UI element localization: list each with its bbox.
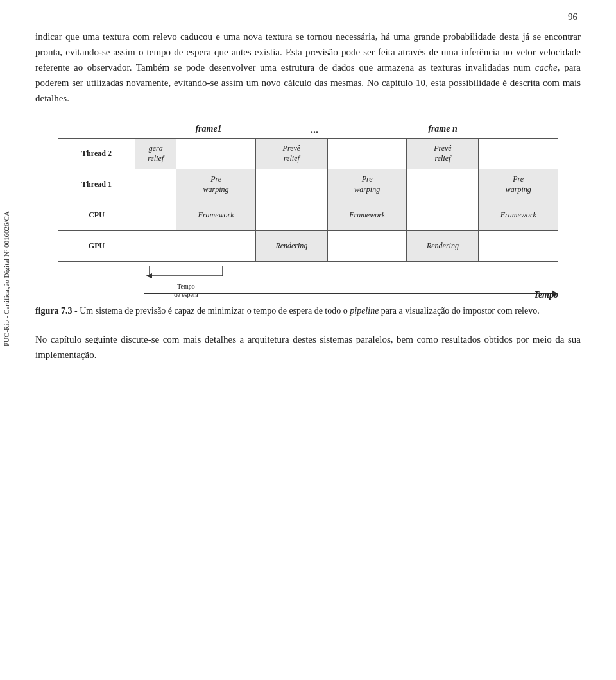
table-cell [479, 231, 558, 262]
paragraph-text-start: indicar que uma textura com relevo caduc… [35, 31, 581, 103]
figure-caption: figura 7.3 - Um sistema de previsão é ca… [35, 304, 581, 318]
svg-marker-3 [146, 273, 152, 278]
table-cell: Prewarping [479, 169, 558, 200]
table-cell [135, 200, 176, 231]
table-cell [255, 200, 327, 231]
table-cell [135, 169, 176, 200]
table-cell [135, 231, 176, 262]
table-cell: Rendering [407, 231, 479, 262]
table-cell: Framework [479, 200, 558, 231]
tempo-line [144, 293, 552, 294]
tempo-word: Tempo [534, 290, 558, 300]
table-cell: Prevêrelief [407, 139, 479, 169]
table-cell [327, 231, 406, 262]
row-label-thread1: Thread 1 [58, 169, 135, 200]
table-cell: Framework [176, 200, 255, 231]
row-label-thread2: Thread 2 [58, 139, 135, 169]
table-row: CPU Framework Framework Framework [58, 200, 558, 231]
frame1-label: frame1 [144, 124, 273, 135]
diagram-container: frame1 ... frame n Thread 2 gerarelief P… [58, 124, 558, 298]
table-cell [479, 139, 558, 169]
frame-labels: frame1 ... frame n [144, 124, 558, 135]
bottom-paragraph: No capítulo seguinte discute-se com mais… [35, 332, 581, 362]
frame-dots: ... [273, 124, 356, 135]
table-cell [176, 139, 255, 169]
sidebar-label: PUC-Rio - Certificação Digital Nº 001602… [3, 334, 10, 346]
table-cell: Framework [327, 200, 406, 231]
table-row: Thread 2 gerarelief Prevêrelief Prevêrel… [58, 139, 558, 169]
bottom-paragraph-text: No capítulo seguinte discute-se com mais… [35, 334, 581, 360]
table-cell [255, 169, 327, 200]
table-cell [327, 139, 406, 169]
framen-label: frame n [356, 124, 529, 135]
tempo-bracket-svg [144, 264, 228, 282]
figure-caption-text: figura 7.3 - Um sistema de previsão é ca… [35, 306, 540, 316]
row-label-gpu: GPU [58, 231, 135, 262]
table-cell: Rendering [255, 231, 327, 262]
table-cell [407, 200, 479, 231]
table-cell [407, 169, 479, 200]
row-label-cpu: CPU [58, 200, 135, 231]
table-cell: Prevêrelief [255, 139, 327, 169]
table-row: Thread 1 Prewarping Prewarping Prewarpin… [58, 169, 558, 200]
tempo-arrow [144, 290, 558, 298]
table-cell: gerarelief [135, 139, 176, 169]
diagram-table: Thread 2 gerarelief Prevêrelief Prevêrel… [58, 138, 558, 262]
page-number: 96 [568, 12, 578, 22]
main-paragraph: indicar que uma textura com relevo caduc… [35, 29, 581, 106]
table-cell: Prewarping [176, 169, 255, 200]
table-cell [176, 231, 255, 262]
table-cell: Prewarping [327, 169, 406, 200]
table-row: GPU Rendering Rendering [58, 231, 558, 262]
